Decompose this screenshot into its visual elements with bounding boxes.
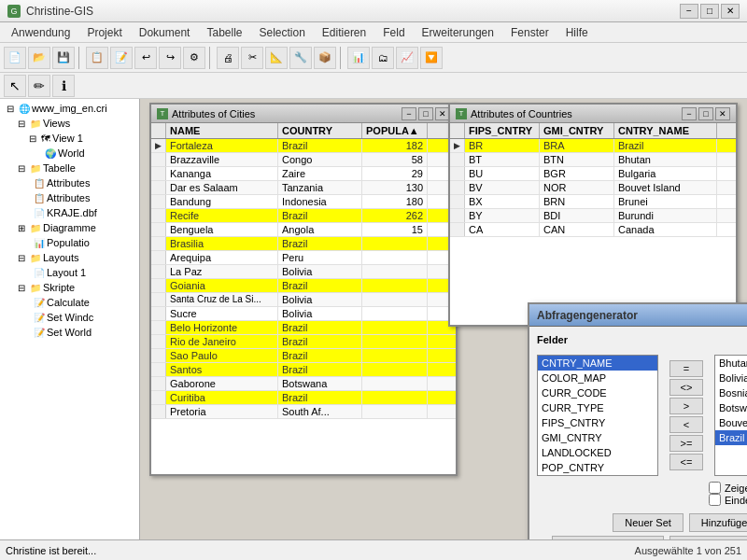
- table-row[interactable]: CA CAN Canada: [450, 223, 736, 237]
- listbox-item[interactable]: SOVEREIGN: [538, 475, 657, 476]
- table-row[interactable]: Santos Brazil: [151, 363, 456, 377]
- tree-calculate[interactable]: 📝 Calculate: [24, 295, 137, 310]
- fields-listbox[interactable]: CNTRY_NAME COLOR_MAP CURR_CODE CURR_TYPE…: [537, 355, 658, 476]
- table-row[interactable]: Brasilia Brazil: [151, 237, 456, 251]
- tree-setworld[interactable]: 📝 Set World: [24, 325, 137, 340]
- listbox-item[interactable]: Botswana: [715, 400, 747, 415]
- listbox-item[interactable]: POP_CNTRY: [538, 460, 657, 475]
- menu-feld[interactable]: Feld: [375, 24, 412, 41]
- op-eq[interactable]: =: [669, 360, 703, 377]
- toolbar-b11[interactable]: 📊: [347, 47, 370, 69]
- minimize-button[interactable]: −: [680, 4, 698, 19]
- toolbar-b7[interactable]: ✂: [241, 47, 263, 69]
- listbox-item[interactable]: FIPS_CNTRY: [538, 415, 657, 430]
- toolbar-b8[interactable]: 📐: [265, 47, 288, 69]
- toolbar-b2[interactable]: 📝: [110, 47, 133, 69]
- table-row[interactable]: ▶ Fortaleza Brazil 182: [151, 139, 456, 153]
- tree-attr2[interactable]: 📋 Attributes: [24, 190, 137, 205]
- listbox-item[interactable]: Bosnia and Herzegovina: [715, 385, 747, 400]
- listbox-item[interactable]: LANDLOCKED: [538, 445, 657, 460]
- table-row[interactable]: Gaborone Botswana: [151, 377, 456, 391]
- toolbar-b10[interactable]: 📦: [314, 47, 336, 69]
- table-row[interactable]: Curitiba Brazil: [151, 391, 456, 405]
- op-lt[interactable]: <: [669, 416, 703, 433]
- countries-maximize[interactable]: □: [698, 107, 713, 120]
- toolbar-new[interactable]: 📄: [4, 47, 26, 69]
- table-row[interactable]: Kananga Zaire 29: [151, 167, 456, 181]
- btn-auswaehlen[interactable]: Auswählen von Set: [552, 536, 664, 539]
- dialog-title-bar[interactable]: Abfragengenerator ✕: [529, 304, 747, 327]
- table-row[interactable]: BY BDI Burundi: [450, 209, 736, 223]
- toolbar2-select[interactable]: ↖: [4, 75, 26, 97]
- toolbar-save[interactable]: 💾: [52, 47, 75, 69]
- menu-dokument[interactable]: Dokument: [132, 24, 198, 41]
- check-zeige-input[interactable]: [709, 482, 721, 494]
- listbox-item[interactable]: Brazil: [715, 430, 747, 445]
- op-gt[interactable]: >: [669, 398, 703, 414]
- cities-maximize[interactable]: □: [418, 107, 433, 120]
- tree-tabelle[interactable]: ⊟ 📁 Tabelle: [13, 161, 137, 175]
- btn-neuer-set[interactable]: Neuer Set: [613, 513, 684, 532]
- tree-populatio[interactable]: 📊 Populatio: [24, 235, 137, 250]
- menu-projekt[interactable]: Projekt: [79, 24, 129, 41]
- toolbar-open[interactable]: 📂: [28, 47, 50, 69]
- menu-editieren[interactable]: Editieren: [315, 24, 374, 41]
- tree-layouts[interactable]: ⊟ 📁 Layouts: [13, 250, 137, 265]
- toolbar-b4[interactable]: ↪: [159, 47, 181, 69]
- tree-kraje[interactable]: 📄 KRAJE.dbf: [24, 205, 137, 220]
- table-row[interactable]: Belo Horizonte Brazil: [151, 321, 456, 335]
- table-row[interactable]: Arequipa Peru: [151, 251, 456, 265]
- table-row[interactable]: Dar es Salaam Tanzania 130: [151, 181, 456, 195]
- table-row[interactable]: Sao Paulo Brazil: [151, 349, 456, 363]
- cities-window-title[interactable]: T Attributes of Cities − □ ✕: [151, 105, 456, 123]
- countries-window-title[interactable]: T Attributes of Countries − □ ✕: [450, 105, 736, 123]
- close-button[interactable]: ✕: [721, 4, 740, 19]
- tree-diagramme[interactable]: ⊞ 📁 Diagramme: [13, 220, 137, 235]
- toolbar2-info[interactable]: ℹ: [52, 75, 75, 97]
- menu-hilfe[interactable]: Hilfe: [558, 24, 596, 41]
- table-row[interactable]: Benguela Angola 15: [151, 223, 456, 237]
- listbox-item[interactable]: GMI_CNTRY: [538, 430, 657, 445]
- countries-close[interactable]: ✕: [715, 107, 730, 120]
- tree-root[interactable]: ⊟ 🌐 www_img_en.cri: [2, 101, 137, 116]
- op-neq[interactable]: <>: [669, 379, 703, 396]
- menu-erweiterungen[interactable]: Erweiterungen: [415, 24, 501, 41]
- table-row[interactable]: Bandung Indonesia 180: [151, 195, 456, 209]
- tree-layout1[interactable]: 📄 Layout 1: [24, 265, 137, 280]
- table-row[interactable]: ▶ BR BRA Brazil: [450, 139, 736, 153]
- table-row[interactable]: Recife Brazil 262: [151, 209, 456, 223]
- op-lte[interactable]: <=: [669, 454, 703, 470]
- tree-skripte[interactable]: ⊟ 📁 Skripte: [13, 280, 137, 295]
- tree-setwindc[interactable]: 📝 Set Windc: [24, 310, 137, 325]
- listbox-item[interactable]: COLOR_MAP: [538, 371, 657, 385]
- check-zeige[interactable]: Zeige alle Werte: [709, 482, 747, 494]
- values-listbox[interactable]: Bhutan Bolivia Bosnia and Herzegovina Bo…: [714, 355, 747, 476]
- op-gte[interactable]: >=: [669, 435, 703, 452]
- tree-views[interactable]: ⊟ 📁 Views: [13, 116, 137, 131]
- maximize-button[interactable]: □: [700, 4, 719, 19]
- listbox-item[interactable]: Bouvet Island: [715, 415, 747, 430]
- toolbar-b13[interactable]: 📈: [396, 47, 418, 69]
- toolbar-b1[interactable]: 📋: [86, 47, 108, 69]
- table-row[interactable]: Santa Cruz de La Si... Bolivia: [151, 293, 456, 307]
- table-row[interactable]: Pretoria South Af...: [151, 405, 456, 419]
- menu-fenster[interactable]: Fenster: [503, 24, 557, 41]
- check-eindeutige-input[interactable]: [709, 494, 721, 506]
- toolbar-b12[interactable]: 🗂: [372, 47, 394, 69]
- btn-hinzufuegen[interactable]: Hinzufügen zu Set: [689, 513, 747, 532]
- cities-minimize[interactable]: −: [402, 107, 416, 120]
- listbox-item[interactable]: Bolivia: [715, 371, 747, 385]
- toolbar-b3[interactable]: ↩: [134, 47, 157, 69]
- toolbar-b5[interactable]: ⚙: [183, 47, 205, 69]
- listbox-item[interactable]: CURR_CODE: [538, 385, 657, 400]
- table-row[interactable]: Brazzaville Congo 58: [151, 153, 456, 167]
- toolbar-b9[interactable]: 🔧: [289, 47, 312, 69]
- listbox-item[interactable]: Bhutan: [715, 356, 747, 371]
- menu-tabelle[interactable]: Tabelle: [199, 24, 249, 41]
- table-row[interactable]: Rio de Janeiro Brazil: [151, 335, 456, 349]
- tree-world[interactable]: 🌍 World: [35, 146, 137, 161]
- tree-view1[interactable]: ⊟ 🗺 View 1: [24, 131, 137, 146]
- countries-minimize[interactable]: −: [682, 107, 697, 120]
- listbox-item[interactable]: CNTRY_NAME: [538, 356, 657, 371]
- table-row[interactable]: BV NOR Bouvet Island: [450, 181, 736, 195]
